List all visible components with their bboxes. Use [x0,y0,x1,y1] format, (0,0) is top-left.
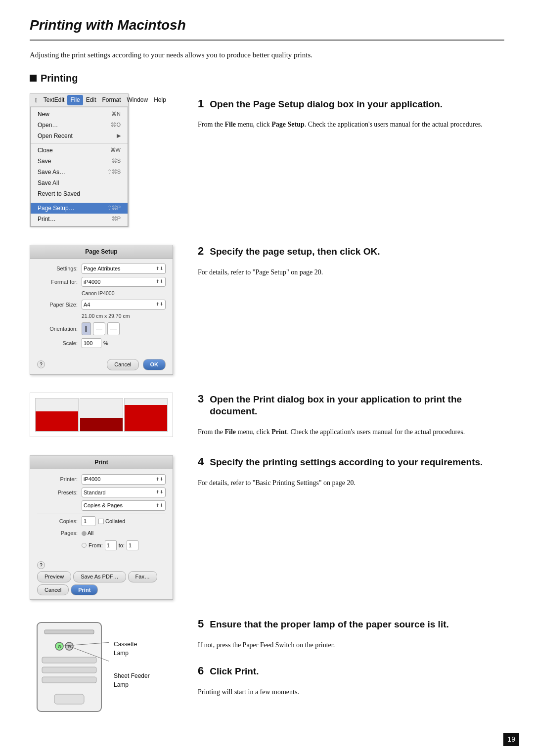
step-1-content: 1 Open the Page Setup dialog box in your… [198,93,504,131]
orientation-buttons: ∥ ― ― [82,322,120,335]
print-help-button[interactable]: ? [37,561,45,569]
presets-row: Presets: Standard ⬆⬇ [37,488,166,498]
print-cancel-button[interactable]: Cancel [37,584,69,596]
cancel-button[interactable]: Cancel [107,359,138,370]
collated-check[interactable]: Collated [98,517,125,526]
cassette-lamp-label: CassetteLamp [114,640,150,658]
menu-bar-window[interactable]: Window [124,95,151,106]
dialog-title: Page Setup [30,245,173,259]
svg-rect-7 [42,667,96,673]
print-dialog-buttons: ? Preview Save As PDF… Fax… Cancel Print [30,558,173,599]
pages-from-row: From: 1 to: 1 [37,540,166,551]
settings-select[interactable]: Page Attributes ⬆⬇ [82,264,166,274]
format-select[interactable]: iP4000 ⬆⬇ [82,277,166,287]
step-3-image [30,389,183,437]
fax-button[interactable]: Fax… [128,571,157,582]
menu-bar-edit[interactable]: Edit [83,95,99,106]
menu-bar-help[interactable]: Help [151,95,169,106]
step-6-content: 6 Click Print. Printing will start in a … [198,663,504,698]
reverse-landscape-button[interactable]: ― [107,322,120,335]
orientation-row: Orientation: ∥ ― ― [37,322,166,335]
to-input[interactable]: 1 [127,540,138,551]
paper-size-select[interactable]: A4 ⬆⬇ [82,300,166,310]
svg-rect-1 [44,630,94,634]
copies-input[interactable]: 1 [82,516,95,527]
menu-open-recent[interactable]: Open Recent▶ [31,131,128,141]
menu-close[interactable]: Close⌘W [31,145,128,156]
menu-save-all[interactable]: Save All [31,178,128,188]
lamp-labels: CassetteLamp Sheet FeederLamp [114,640,150,689]
scale-unit: % [103,339,108,348]
preview-cell-3 [124,398,168,432]
step-4-content: 4 Specify the printing settings accordin… [198,451,504,489]
pages-all-radio[interactable]: All [82,529,93,537]
step-3: 3 Open the Print dialog box in your appl… [30,389,504,438]
step-1-desc: From the File menu, click Page Setup. Ch… [198,119,504,130]
step-5-6-content: 5 Ensure that the proper lamp of the pap… [198,614,504,698]
scale-label: Scale: [37,339,82,348]
copies-label: Copies: [37,517,82,526]
step-2: Page Setup Settings: Page Attributes ⬆⬇ … [30,241,504,375]
step-5-desc: If not, press the Paper Feed Switch on t… [198,640,504,651]
save-as-pdf-button[interactable]: Save As PDF… [73,571,126,582]
landscape-button[interactable]: ― [93,322,105,335]
print-print-button[interactable]: Print [71,584,98,596]
printer-svg: O D [30,618,109,721]
step-5-content: 5 Ensure that the proper lamp of the pap… [198,616,504,651]
copies-row: Copies: 1 Collated [37,516,166,527]
printer-label: Printer: [37,475,82,484]
printer-select[interactable]: iP4000 ⬆⬇ [82,474,166,485]
preview-bar-3 [125,405,167,431]
step-6-desc: Printing will start in a few moments. [198,687,504,698]
step-4: Print Printer: iP4000 ⬆⬇ Presets: Standa… [30,451,504,600]
step-2-image: Page Setup Settings: Page Attributes ⬆⬇ … [30,241,183,375]
step-2-desc: For details, refer to "Page Setup" on pa… [198,267,504,278]
section-icon [30,75,37,82]
presets-select[interactable]: Standard ⬆⬇ [82,488,166,498]
menu-print[interactable]: Print…⌘P [31,214,128,224]
step-3-content: 3 Open the Print dialog box in your appl… [198,389,504,438]
pages-label: Pages: [37,529,82,537]
print-dialog-sep [37,514,166,514]
menu-new[interactable]: New⌘N [31,109,128,120]
pages-from-radio[interactable] [82,543,87,548]
preview-cell-2 [80,398,123,432]
scale-input[interactable]: 100 [82,338,101,349]
step-2-title: Specify the page setup, then click OK. [210,246,380,258]
menu-save[interactable]: Save⌘S [31,156,128,167]
pages-row: Pages: All [37,529,166,537]
step-1-image:  TextEdit File Edit Format Window Help … [30,93,183,227]
print-dialog: Print Printer: iP4000 ⬆⬇ Presets: Standa… [30,455,173,600]
orientation-label: Orientation: [37,325,82,333]
step-5-title: Ensure that the proper lamp of the paper… [210,619,449,631]
copies-pages-row: Copies & Pages ⬆⬇ [37,500,166,511]
dialog-buttons: ? Cancel OK [30,356,173,374]
preview-button[interactable]: Preview [37,571,71,582]
ok-button[interactable]: OK [143,359,166,370]
step-5-number: 5 [198,616,204,632]
step-2-content: 2 Specify the page setup, then click OK.… [198,241,504,278]
menu-open[interactable]: Open…⌘O [31,120,128,131]
step-4-title: Specify the printing settings according … [210,456,483,469]
page-number: 19 [503,733,519,746]
format-row: Format for: iP4000 ⬆⬇ [37,277,166,287]
svg-rect-8 [42,677,96,683]
menu-revert[interactable]: Revert to Saved [31,188,128,199]
menu-bar-textedit: TextEdit [41,95,68,106]
from-input[interactable]: 1 [105,540,117,551]
menu-page-setup[interactable]: Page Setup…⇧⌘P [31,203,128,214]
copies-pages-select[interactable]: Copies & Pages ⬆⬇ [82,500,166,511]
portrait-button[interactable]: ∥ [82,322,91,335]
help-button[interactable]: ? [37,360,45,368]
print-preview [30,393,173,437]
printer-row: Printer: iP4000 ⬆⬇ [37,474,166,485]
paper-size-row: Paper Size: A4 ⬆⬇ [37,300,166,310]
step-3-number: 3 [198,391,204,407]
menu-bar-format[interactable]: Format [99,95,124,106]
presets-label: Presets: [37,489,82,497]
section-heading: Printing [30,71,504,86]
menu-bar-file[interactable]: File [67,95,83,106]
menu-save-as[interactable]: Save As…⇧⌘S [31,167,128,178]
step-1-number: 1 [198,95,204,112]
paper-size-sub: 21.00 cm x 29.70 cm [37,312,166,320]
